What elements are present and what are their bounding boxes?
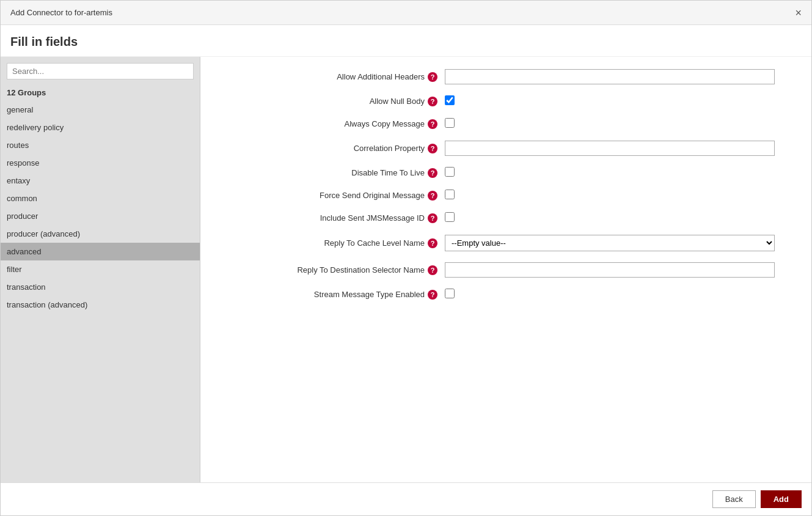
label-correlation-property: Correlation Property ? <box>225 144 445 153</box>
checkbox-always-copy-message[interactable] <box>445 118 455 128</box>
help-icon-reply-to-cache-level-name[interactable]: ? <box>428 238 437 248</box>
form-row-always-copy-message: Always Copy Message ? <box>225 118 787 130</box>
close-button[interactable]: × <box>795 7 802 18</box>
label-include-sent-jmsmessage-id: Include Sent JMSMessage ID ? <box>225 213 445 223</box>
sidebar-item-transaction[interactable]: transaction <box>1 278 200 296</box>
input-allow-additional-headers[interactable] <box>445 69 775 84</box>
form-row-include-sent-jmsmessage-id: Include Sent JMSMessage ID ? <box>225 212 787 224</box>
dialog-body: 12 Groups general redelivery policy rout… <box>1 57 811 482</box>
help-icon-allow-null-body[interactable]: ? <box>428 97 437 106</box>
label-force-send-original-message: Force Send Original Message ? <box>225 191 445 201</box>
sidebar-item-redelivery-policy[interactable]: redelivery policy <box>1 119 200 136</box>
control-correlation-property <box>445 141 787 156</box>
help-icon-stream-message-type-enabled[interactable]: ? <box>428 290 437 300</box>
form-row-reply-to-cache-level-name: Reply To Cache Level Name ? --Empty valu… <box>225 235 787 251</box>
main-content: Allow Additional Headers ? Allow Null Bo… <box>200 57 811 482</box>
sidebar-item-transaction-advanced[interactable]: transaction (advanced) <box>1 296 200 314</box>
form-row-reply-to-destination-selector-name: Reply To Destination Selector Name ? <box>225 262 787 278</box>
checkbox-disable-time-to-live[interactable] <box>445 167 455 177</box>
sidebar-item-common[interactable]: common <box>1 190 200 207</box>
help-icon-reply-to-destination-selector-name[interactable]: ? <box>428 265 437 275</box>
input-correlation-property[interactable] <box>445 141 775 156</box>
dialog-title: Add Connector to for-artemis <box>10 8 112 17</box>
select-reply-to-cache-level-name[interactable]: --Empty value-- <box>445 235 775 251</box>
sidebar-item-response[interactable]: response <box>1 154 200 172</box>
control-stream-message-type-enabled <box>445 289 787 300</box>
add-button[interactable]: Add <box>761 490 802 508</box>
help-icon-disable-time-to-live[interactable]: ? <box>428 168 437 178</box>
control-allow-null-body <box>445 95 787 107</box>
label-reply-to-destination-selector-name: Reply To Destination Selector Name ? <box>225 265 445 275</box>
dialog-subtitle: Fill in fields <box>1 25 811 57</box>
control-force-send-original-message <box>445 190 787 201</box>
sidebar-item-routes[interactable]: routes <box>1 136 200 154</box>
sidebar-item-filter[interactable]: filter <box>1 260 200 278</box>
control-reply-to-destination-selector-name <box>445 262 787 278</box>
label-reply-to-cache-level-name: Reply To Cache Level Name ? <box>225 238 445 248</box>
label-always-copy-message: Always Copy Message ? <box>225 119 445 129</box>
control-allow-additional-headers <box>445 69 787 84</box>
groups-label: 12 Groups <box>1 84 200 101</box>
checkbox-stream-message-type-enabled[interactable] <box>445 289 455 298</box>
sidebar-item-producer-advanced[interactable]: producer (advanced) <box>1 225 200 243</box>
help-icon-allow-additional-headers[interactable]: ? <box>428 72 437 82</box>
sidebar-item-producer[interactable]: producer <box>1 207 200 225</box>
form-row-allow-null-body: Allow Null Body ? <box>225 95 787 107</box>
dialog: Add Connector to for-artemis × Fill in f… <box>0 0 812 516</box>
checkbox-force-send-original-message[interactable] <box>445 190 455 199</box>
control-disable-time-to-live <box>445 167 787 179</box>
search-input[interactable] <box>7 63 194 79</box>
label-stream-message-type-enabled: Stream Message Type Enabled ? <box>225 290 445 300</box>
sidebar-item-advanced[interactable]: advanced <box>1 243 200 260</box>
search-box <box>7 63 194 79</box>
checkbox-include-sent-jmsmessage-id[interactable] <box>445 212 455 222</box>
control-always-copy-message <box>445 118 787 130</box>
help-icon-correlation-property[interactable]: ? <box>428 144 437 153</box>
label-allow-additional-headers: Allow Additional Headers ? <box>225 72 445 82</box>
help-icon-always-copy-message[interactable]: ? <box>428 119 437 129</box>
label-allow-null-body: Allow Null Body ? <box>225 97 445 106</box>
form-row-disable-time-to-live: Disable Time To Live ? <box>225 167 787 179</box>
dialog-footer: Back Add <box>1 482 811 515</box>
form-row-allow-additional-headers: Allow Additional Headers ? <box>225 69 787 84</box>
input-reply-to-destination-selector-name[interactable] <box>445 262 775 278</box>
sidebar-item-entaxy[interactable]: entaxy <box>1 172 200 190</box>
label-disable-time-to-live: Disable Time To Live ? <box>225 168 445 178</box>
sidebar-item-general[interactable]: general <box>1 101 200 119</box>
help-icon-force-send-original-message[interactable]: ? <box>428 191 437 201</box>
control-include-sent-jmsmessage-id <box>445 212 787 224</box>
back-button[interactable]: Back <box>712 490 756 508</box>
checkbox-allow-null-body[interactable] <box>445 95 455 105</box>
form-row-correlation-property: Correlation Property ? <box>225 141 787 156</box>
form-row-force-send-original-message: Force Send Original Message ? <box>225 190 787 201</box>
form-row-stream-message-type-enabled: Stream Message Type Enabled ? <box>225 289 787 300</box>
dialog-header: Add Connector to for-artemis × <box>1 1 811 25</box>
help-icon-include-sent-jmsmessage-id[interactable]: ? <box>428 213 437 223</box>
control-reply-to-cache-level-name: --Empty value-- <box>445 235 787 251</box>
sidebar: 12 Groups general redelivery policy rout… <box>1 57 200 482</box>
